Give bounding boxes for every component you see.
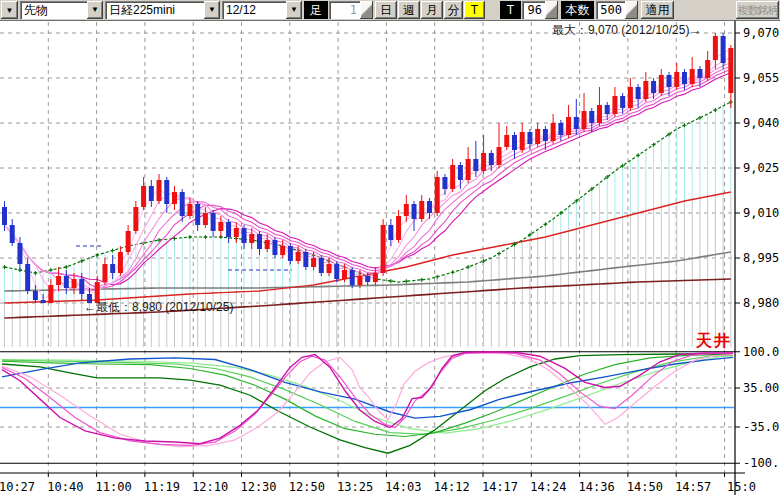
svg-text:14:17: 14:17 [482,480,518,494]
svg-text:12:50: 12:50 [289,480,325,494]
max-annotation: 最大：9,070 (2012/10/25)→ [552,22,701,39]
period-tick-button[interactable]: T [464,1,485,19]
rci-blue [2,357,733,418]
interval-value: 1 [329,1,360,19]
svg-text:9,010: 9,010 [743,206,779,220]
history-dropdown-button[interactable]: ▼ [1,1,18,19]
chart-area[interactable]: 9,0709,0559,0409,0259,0108,9958,980100.0… [0,21,780,500]
svg-text:11:19: 11:19 [144,480,180,494]
svg-text:14:12: 14:12 [434,480,470,494]
spinner-icon[interactable] [360,1,373,19]
tick-label: T [500,1,521,19]
date-select-value: 12/12 [222,1,286,19]
svg-text:14:24: 14:24 [530,480,566,494]
svg-text:10:27: 10:27 [0,480,35,494]
toolbar: ▼ 先物 ▼ 日経225mini ▼ 12/12 ▼ 足 1 日 週 月 分 T… [0,0,780,21]
grid-layer [0,22,735,473]
apply-button[interactable]: 適用 [641,1,674,19]
interval-stepper[interactable]: 1 [329,1,373,19]
rci-green-1 [2,356,733,433]
ceiling-label: 天井 [696,331,732,352]
svg-text:8,980: 8,980 [743,296,779,310]
rci-magenta-dark [2,352,733,444]
svg-text:8,995: 8,995 [743,251,779,265]
svg-text:15:0: 15:0 [727,480,756,494]
market-select[interactable]: 先物 ▼ [20,1,103,19]
ashi-label: 足 [304,1,328,19]
svg-text:100.0: 100.0 [743,345,779,359]
tick-count-value: 96 [522,1,545,19]
candles-layer [2,33,733,303]
svg-text:10:40: 10:40 [47,480,83,494]
period-minute-button[interactable]: 分 [444,1,463,19]
spinner-icon[interactable] [545,1,558,19]
svg-text:14:36: 14:36 [579,480,615,494]
ribbon-layer [5,49,731,298]
svg-text:14:03: 14:03 [385,480,421,494]
symbol-select-value: 日経225mini [105,1,204,19]
bars-label: 本数 [561,1,594,19]
svg-text:9,055: 9,055 [743,71,779,85]
svg-text:-100.: -100. [743,456,779,470]
svg-text:13:25: 13:25 [337,480,373,494]
svg-text:9,025: 9,025 [743,161,779,175]
svg-text:12:10: 12:10 [192,480,228,494]
svg-text:11:00: 11:00 [96,480,132,494]
bars-count-value: 500 [596,1,625,19]
svg-text:14:50: 14:50 [627,480,663,494]
multi-symbol-button[interactable]: 複数銘柄 [736,1,779,19]
svg-text:14:57: 14:57 [675,480,711,494]
chevron-down-icon[interactable]: ▼ [204,1,220,19]
market-select-value: 先物 [20,1,87,19]
tick-count-stepper[interactable]: 96 [522,1,558,19]
period-month-button[interactable]: 月 [421,1,443,19]
rci-pink-mid [2,352,733,445]
spinner-icon[interactable] [625,1,638,19]
svg-text:9,070: 9,070 [743,26,779,40]
date-select[interactable]: 12/12 ▼ [222,1,302,19]
symbol-select[interactable]: 日経225mini ▼ [105,1,220,19]
oscillator-layer [0,352,735,464]
svg-text:9,040: 9,040 [743,116,779,130]
chevron-down-icon[interactable]: ▼ [87,1,103,19]
period-day-button[interactable]: 日 [375,1,397,19]
svg-text:12:30: 12:30 [240,480,276,494]
svg-text:35.00: 35.00 [743,381,779,395]
price-chart-svg[interactable]: 9,0709,0559,0409,0259,0108,9958,980100.0… [0,21,780,500]
ma-lines-layer [3,100,733,318]
bars-count-stepper[interactable]: 500 [596,1,638,19]
rci-green-2 [2,355,733,434]
period-week-button[interactable]: 週 [398,1,420,19]
chevron-down-icon[interactable]: ▼ [286,1,302,19]
min-annotation: ←最低：8,980 (2012/10/25) [84,299,233,316]
svg-text:-35.0: -35.0 [743,420,779,434]
